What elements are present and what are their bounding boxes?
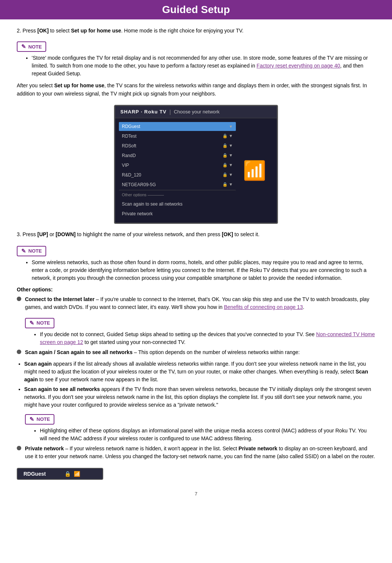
step2-text-mid1: to select [49, 28, 71, 34]
tv-network-rdsoft-label: RDSoft [122, 143, 136, 148]
tv-network-rd120-label: R&D_120 [122, 172, 141, 178]
tv-wifi-display: 📶 [236, 122, 273, 219]
note4-content: Highlighting either of these options dis… [32, 427, 375, 442]
other-options-label-text: Other options: [17, 287, 53, 293]
tv-body: RDGuest ▼ RDTest 🔒 ▼ RDSoft 🔒 ▼ RandD 🔒 … [115, 118, 277, 223]
bottom-bar-wifi-icon: 📶 [74, 471, 80, 477]
note-icon-2: ✎ [21, 248, 26, 254]
page-number: 7 [17, 491, 375, 497]
note3-content: If you decide not to connect, Guided Set… [32, 331, 375, 346]
tv-action-private-label: Private network [122, 211, 153, 216]
tv-network-rdguest-label: RDGuest [122, 124, 140, 129]
tv-brand: SHARP · Roku TV [120, 109, 167, 115]
tv-network-rdguest-icons: ▼ [229, 124, 233, 129]
tv-network-rdsoft: RDSoft 🔒 ▼ [119, 141, 236, 150]
note1-content: 'Store' mode configures the TV for retai… [24, 54, 375, 78]
tv-network-vip-label: VIP [122, 163, 129, 168]
scan-again-section: Scan again / Scan again to see all netwo… [17, 348, 375, 356]
note3-bullet-text: If you decide not to connect, Guided Set… [40, 331, 316, 337]
other-options-header: Other options: [17, 287, 375, 293]
header-title: Guided Setup [162, 4, 230, 15]
note-icon-4: ✎ [29, 416, 34, 423]
connect-later-text: Connect to the Internet later – If you'r… [25, 295, 375, 311]
tv-screen-container: SHARP · Roku TV | Choose your network RD… [17, 105, 375, 224]
tv-network-rd120: R&D_120 🔒 ▼ [119, 171, 236, 179]
step2-bold1: [OK] [37, 28, 48, 34]
connect-later-link-after: . [303, 304, 304, 310]
note-box-1: ✎ NOTE 'Store' mode configures the TV fo… [17, 38, 375, 78]
scan-again-main-text: – This option depends on the number of w… [133, 349, 300, 355]
tv-network-rdsoft-icons: 🔒 ▼ [222, 143, 233, 148]
tv-screen-header: SHARP · Roku TV | Choose your network [115, 106, 277, 118]
scan-again-sub1-text: appears if the list already shows all av… [24, 361, 366, 375]
tv-network-rdtest-label: RDTest [122, 134, 136, 139]
tv-network-rdguest: RDGuest ▼ [119, 122, 236, 131]
note3-link-after: to get started using your non-connected … [83, 339, 186, 345]
note-box-3: ✎ NOTE If you decide not to connect, Gui… [25, 315, 375, 346]
note-label-4: ✎ NOTE [25, 414, 54, 425]
step3-bold3: [OK] [222, 231, 233, 237]
tv-network-netgear: NETGEAR09-5G 🔒 ▼ [119, 180, 236, 189]
tv-network-rdtest-icons: 🔒 ▼ [222, 134, 233, 138]
scan-again-sub2-bold: Scan again to see all networks [24, 386, 100, 392]
note3-bullet: If you decide not to connect, Guided Set… [40, 331, 375, 346]
scan-again-bold: Scan again / Scan again to see all netwo… [25, 349, 133, 355]
note1-link[interactable]: Factory reset everything on page 40 [257, 63, 340, 69]
note-icon-3: ✎ [29, 320, 34, 326]
step2-bold2: Set up for home use [71, 28, 121, 34]
tv-network-vip-icons: 🔒 ▼ [222, 163, 233, 168]
connect-later-section: Connect to the Internet later – If you'r… [17, 295, 375, 311]
after-select-text: After you select Set up for home use, th… [17, 81, 375, 98]
scan-again-sub1-bold: Scan again [24, 361, 52, 367]
tv-network-netgear-label: NETGEAR09-5G [122, 182, 156, 187]
bottom-bar-lock-icon: 🔒 [64, 471, 71, 477]
private-network-text: Private network – If your wireless netwo… [25, 445, 375, 460]
note-box-2: ✎ NOTE Some wireless networks, such as t… [17, 243, 375, 282]
tv-network-rdtest: RDTest 🔒 ▼ [119, 132, 236, 141]
private-network-bullet [17, 446, 21, 450]
step3-mid: or [48, 231, 56, 237]
step2-text-after1: . Home mode is the right choice for enjo… [121, 28, 243, 34]
tv-other-label: Other options ———— [119, 190, 236, 199]
scan-again-text: Scan again / Scan again to see all netwo… [25, 348, 375, 356]
step2-text: 2. Press [OK] to select Set up for home … [17, 27, 375, 35]
tv-screen-title: Choose your network [174, 109, 219, 115]
note-text-1: NOTE [28, 44, 42, 50]
bottom-bar: RDGuest 🔒 📶 [17, 468, 103, 480]
tv-separator: | [170, 109, 171, 115]
bottom-bar-icons: 🔒 📶 [64, 471, 80, 477]
note-label-3: ✎ NOTE [25, 318, 54, 328]
tv-action-scan: Scan again to see all networks [119, 200, 236, 209]
note2-bullet-text: Some wireless networks, such as those of… [32, 259, 367, 281]
step3-text: 3. Press [UP] or [DOWN] to highlight the… [17, 231, 375, 238]
connect-later-bullet [17, 297, 21, 301]
step3-before: 3. Press [17, 231, 37, 237]
step3-mid2: to highlight the name of your wireless n… [76, 231, 222, 237]
scan-again-bullet [17, 350, 21, 354]
tv-network-list: RDGuest ▼ RDTest 🔒 ▼ RDSoft 🔒 ▼ RandD 🔒 … [119, 122, 236, 219]
note4-bullet: Highlighting either of these options dis… [40, 427, 375, 442]
after-select-before: After you select [17, 82, 54, 88]
tv-action-scan-label: Scan again to see all networks [122, 201, 183, 207]
page-header: Guided Setup [0, 0, 392, 19]
private-network-bold2: Private network [238, 445, 277, 451]
step2-text-before: 2. Press [17, 28, 37, 34]
note-box-4: ✎ NOTE Highlighting either of these opti… [25, 411, 375, 442]
note-label-2: ✎ NOTE [17, 246, 46, 256]
note1-bullet: 'Store' mode configures the TV for retai… [32, 54, 375, 78]
connect-later-link[interactable]: Benefits of connecting on page 13 [224, 304, 303, 310]
note2-bullet: Some wireless networks, such as those of… [32, 259, 375, 282]
note2-content: Some wireless networks, such as those of… [24, 259, 375, 282]
private-network-main-text: – If your wireless network name is hidde… [64, 445, 238, 451]
wifi-big-icon: 📶 [243, 160, 266, 181]
connect-later-bold: Connect to the Internet later [25, 296, 95, 302]
private-network-section: Private network – If your wireless netwo… [17, 445, 375, 460]
note-text-2: NOTE [28, 248, 42, 254]
tv-network-randd: RandD 🔒 ▼ [119, 151, 236, 160]
tv-network-randd-label: RandD [122, 153, 136, 158]
after-select-bold: Set up for home use [54, 82, 104, 88]
scan-again-sub1: Scan again appears if the list already s… [24, 360, 375, 384]
scan-again-sub1-after: to see if your network name now appears … [38, 376, 158, 382]
tv-screen: SHARP · Roku TV | Choose your network RD… [114, 105, 278, 224]
tv-network-randd-icons: 🔒 ▼ [222, 153, 233, 158]
